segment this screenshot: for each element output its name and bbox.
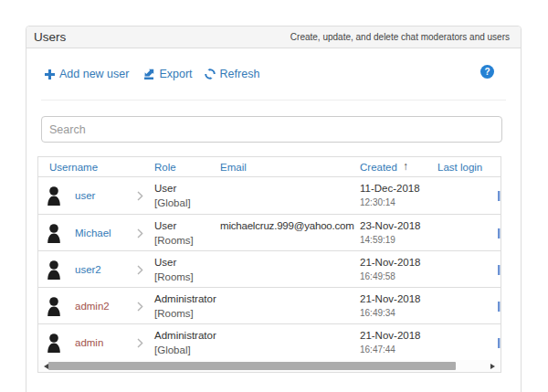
- chevron-right-icon: [137, 302, 143, 312]
- column-header-last-login[interactable]: Last login: [437, 162, 501, 173]
- refresh-icon: [205, 69, 216, 79]
- table-body: user User[Global] 11-Dec-201812:30:14 Mi…: [38, 177, 501, 360]
- table-row[interactable]: Michael User[Rooms] michaelcruz.999@yaho…: [38, 214, 501, 250]
- username-link[interactable]: admin: [75, 337, 103, 348]
- user-avatar-icon: [47, 260, 60, 280]
- panel-subtitle: Create, update, and delete chat moderato…: [290, 32, 510, 42]
- export-icon: [143, 69, 154, 79]
- column-header-username[interactable]: Username: [38, 162, 153, 173]
- email-cell: [219, 251, 358, 287]
- last-login-cell: [437, 288, 501, 323]
- chevron-right-icon: [137, 338, 143, 348]
- created-cell: 11-Dec-201812:30:14: [358, 177, 437, 214]
- username-link[interactable]: user: [75, 190, 95, 201]
- truncated-action-icon[interactable]: [498, 228, 501, 238]
- email-cell: [219, 288, 358, 323]
- users-panel: Users Create, update, and delete chat mo…: [26, 26, 522, 392]
- add-new-user-label: Add new user: [59, 68, 129, 80]
- user-avatar-icon: [47, 297, 60, 316]
- column-header-role[interactable]: Role: [153, 162, 219, 173]
- username-link[interactable]: Michael: [75, 228, 111, 238]
- horizontal-scrollbar[interactable]: [38, 360, 501, 372]
- table-row[interactable]: admin2 Administrator[Rooms] 21-Nov-20181…: [38, 287, 501, 323]
- chevron-right-icon: [137, 265, 143, 275]
- last-login-cell: [437, 324, 501, 360]
- export-button[interactable]: Export: [143, 68, 192, 80]
- help-icon[interactable]: ?: [480, 65, 494, 79]
- role-cell: User[Rooms]: [153, 251, 219, 287]
- last-login-cell: [437, 251, 501, 287]
- panel-heading: Users Create, update, and delete chat mo…: [26, 26, 521, 48]
- users-table: Username Role Email Created↑ Last login …: [37, 156, 501, 373]
- role-cell: Administrator[Global]: [153, 324, 219, 360]
- add-new-user-button[interactable]: Add new user: [45, 68, 129, 80]
- role-cell: Administrator[Rooms]: [153, 288, 219, 323]
- user-avatar-icon: [47, 224, 60, 243]
- last-login-cell: [437, 177, 501, 214]
- role-cell: User[Rooms]: [153, 215, 219, 250]
- user-avatar-icon: [47, 334, 60, 353]
- sort-asc-icon: ↑: [403, 160, 408, 173]
- export-label: Export: [159, 68, 192, 80]
- username-link[interactable]: admin2: [75, 301, 110, 312]
- table-row[interactable]: user2 User[Rooms] 21-Nov-201816:49:58: [38, 250, 501, 287]
- created-cell: 21-Nov-201816:49:58: [358, 251, 437, 287]
- column-header-created[interactable]: Created↑: [358, 161, 437, 174]
- table-row[interactable]: user User[Global] 11-Dec-201812:30:14: [38, 177, 501, 214]
- toolbar: Add new user Export Refresh: [45, 66, 259, 82]
- refresh-button[interactable]: Refresh: [205, 68, 260, 80]
- toolbar-divider: [41, 100, 506, 101]
- table-header: Username Role Email Created↑ Last login: [38, 157, 501, 177]
- chevron-right-icon: [137, 228, 143, 238]
- column-header-email[interactable]: Email: [219, 162, 358, 173]
- email-cell: michaelcruz.999@yahoo.com: [219, 215, 358, 250]
- truncated-action-icon[interactable]: [498, 265, 501, 275]
- email-cell: [219, 177, 358, 214]
- truncated-action-icon[interactable]: [498, 338, 501, 348]
- created-cell: 21-Nov-201816:49:34: [358, 288, 437, 323]
- user-avatar-icon: [47, 186, 60, 206]
- plus-icon: [45, 69, 55, 79]
- table-row[interactable]: admin Administrator[Global] 21-Nov-20181…: [38, 323, 501, 360]
- created-cell: 21-Nov-201816:47:44: [358, 324, 437, 360]
- chevron-right-icon: [137, 191, 143, 201]
- role-cell: User[Global]: [153, 177, 219, 214]
- created-cell: 23-Nov-201814:59:19: [358, 215, 437, 250]
- scroll-right-icon[interactable]: [490, 364, 495, 369]
- scrollbar-thumb[interactable]: [48, 362, 456, 370]
- page-title: Users: [34, 30, 66, 44]
- created-label: Created: [360, 162, 397, 173]
- truncated-action-icon[interactable]: [498, 191, 501, 201]
- email-cell: [219, 324, 358, 360]
- search-input[interactable]: [41, 116, 502, 143]
- refresh-label: Refresh: [220, 68, 260, 80]
- username-link[interactable]: user2: [75, 264, 101, 275]
- last-login-cell: [437, 215, 501, 250]
- truncated-action-icon[interactable]: [498, 302, 501, 312]
